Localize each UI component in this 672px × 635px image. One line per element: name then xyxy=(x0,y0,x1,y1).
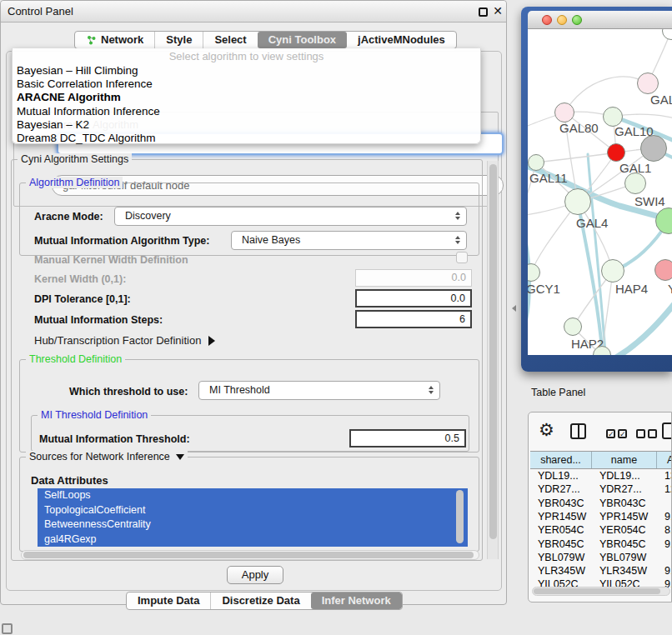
column-header-name[interactable]: name xyxy=(592,452,657,468)
algorithm-option-bayesian-hill-climbing[interactable]: Bayesian – Hill Climbing xyxy=(16,64,477,78)
mi-algorithm-type-combobox[interactable]: Naive Bayes xyxy=(231,231,467,250)
mi-steps-label: Mutual Information Steps: xyxy=(34,314,163,326)
network-window-titlebar[interactable] xyxy=(528,11,672,29)
table-row[interactable]: YPR145WYPR145W9. xyxy=(530,510,672,523)
control-panel-titlebar[interactable]: Control Panel xyxy=(1,1,506,22)
vertical-scroll-thumb[interactable] xyxy=(489,164,497,539)
collapse-down-icon[interactable] xyxy=(176,454,184,460)
split-columns-icon[interactable] xyxy=(570,423,586,439)
tab-cyni-toolbox[interactable]: Cyni Toolbox xyxy=(258,32,347,48)
apply-button[interactable]: Apply xyxy=(227,566,283,584)
tab-infer-network[interactable]: Infer Network xyxy=(311,592,402,609)
node-hap4[interactable] xyxy=(601,259,624,282)
node-gal80[interactable] xyxy=(554,102,574,122)
column-header-a[interactable]: A xyxy=(657,452,672,468)
mi-threshold-field[interactable]: 0.5 xyxy=(349,429,466,448)
manual-kernel-width-label: Manual Kernel Width Definition xyxy=(34,254,188,266)
aracne-mode-value: Discovery xyxy=(125,210,171,222)
table-row[interactable]: YBR045CYBR045C9. xyxy=(530,538,672,551)
table-hscroll-thumb[interactable] xyxy=(534,588,660,594)
settings-vertical-scrollbar[interactable] xyxy=(487,161,499,559)
table-row[interactable]: YLR345WYLR345W9. xyxy=(530,564,672,578)
algorithm-option-basic-correlation-inference[interactable]: Basic Correlation Inference xyxy=(16,78,477,91)
table-row[interactable]: YDR27...YDR27...12 xyxy=(530,482,672,496)
close-icon[interactable] xyxy=(493,4,503,18)
attribute-betweennesscentrality[interactable]: BetweennessCentrality xyxy=(38,518,468,532)
hub-definition-expander[interactable]: Hub/Transcription Factor Definition xyxy=(34,334,215,347)
deselect-all-icon[interactable] xyxy=(648,429,657,438)
which-threshold-label: Which threshold to use: xyxy=(69,386,188,398)
select-all-icon[interactable] xyxy=(606,429,615,438)
table-cell: YBR045C xyxy=(592,538,657,551)
node-swi4[interactable] xyxy=(624,172,646,194)
mac-zoom-button[interactable] xyxy=(572,15,582,25)
attribute-topologicalcoefficient[interactable]: TopologicalCoefficient xyxy=(38,503,468,518)
which-threshold-combobox[interactable]: MI Threshold xyxy=(198,381,440,400)
manual-kernel-width-checkbox[interactable] xyxy=(456,252,468,263)
threshold-definition-title: Threshold Definition xyxy=(26,353,125,365)
table-cell: 8. xyxy=(657,523,672,537)
attribute-selfloops[interactable]: SelfLoops xyxy=(38,488,468,503)
node-label-swi4: SWI4 xyxy=(634,194,665,208)
table-cell: YBL079W xyxy=(530,551,592,564)
export-table-icon[interactable] xyxy=(662,422,672,439)
node-hap2[interactable] xyxy=(564,318,582,336)
tab-discretize-data[interactable]: Discretize Data xyxy=(210,592,310,609)
horizontal-scroll-thumb[interactable] xyxy=(23,552,474,558)
tab-impute-data[interactable]: Impute Data xyxy=(127,592,210,609)
table-row[interactable]: YER054CYER054C8. xyxy=(530,523,672,537)
gear-icon[interactable] xyxy=(539,421,554,438)
attribute-gal4rgexp[interactable]: gal4RGexp xyxy=(38,532,468,548)
algorithm-option-bayesian-k2[interactable]: Bayesian – K2 xyxy=(16,118,477,132)
algorithm-option-dream8-dc-tdc-algorithm[interactable]: Dream8 DC_TDC Algorithm xyxy=(16,132,477,145)
network-canvas[interactable]: GALGAL80GAL10GAL1GAL11SWI4GAL4GCY1HAP4YH… xyxy=(528,29,672,355)
node-y[interactable] xyxy=(654,259,672,281)
table-header-row: shared...nameA xyxy=(530,451,672,469)
mac-close-button[interactable] xyxy=(542,15,552,25)
splitter-collapse-icon[interactable] xyxy=(512,305,516,312)
node-gal11[interactable] xyxy=(528,154,544,171)
node-gal[interactable] xyxy=(637,72,659,94)
mac-minimize-button[interactable] xyxy=(557,15,567,25)
aracne-mode-combobox[interactable]: Discovery xyxy=(114,207,467,226)
node-gal4[interactable] xyxy=(564,188,591,215)
spinner-arrows-icon xyxy=(455,212,460,220)
dpi-tolerance-field[interactable]: 0.0 xyxy=(355,289,472,308)
kernel-width-field[interactable]: 0.0 xyxy=(355,269,472,287)
collapsed-panel-icon[interactable] xyxy=(2,623,13,634)
tab-style[interactable]: Style xyxy=(154,32,203,48)
tab-select[interactable]: Select xyxy=(203,32,257,48)
table-panel-title: Table Panel xyxy=(531,387,585,398)
tab-network[interactable]: Network xyxy=(75,32,154,48)
table-cell: YER054C xyxy=(592,523,657,537)
sources-title: Sources for Network Inference xyxy=(29,451,170,462)
table-row[interactable]: YBR043CYBR043C xyxy=(530,497,672,510)
mi-steps-field[interactable]: 6 xyxy=(355,310,472,328)
select-all-icon[interactable] xyxy=(618,429,627,438)
algorithm-option-mutual-information-inference[interactable]: Mutual Information Inference xyxy=(16,105,477,118)
sources-expander[interactable]: Sources for Network Inference xyxy=(26,451,188,462)
algorithm-dropdown-list: Bayesian – Hill ClimbingBasic Correlatio… xyxy=(16,64,477,145)
hub-definition-label: Hub/Transcription Factor Definition xyxy=(34,334,201,347)
column-header-shared[interactable]: shared... xyxy=(530,452,592,468)
expand-right-icon[interactable] xyxy=(208,336,215,346)
attributes-vertical-scrollbar[interactable] xyxy=(456,490,464,543)
table-cell: YLR345W xyxy=(592,564,657,578)
settings-horizontal-scrollbar[interactable] xyxy=(21,550,479,560)
table-horizontal-scrollbar[interactable] xyxy=(532,587,670,596)
node-gal1[interactable] xyxy=(607,143,625,162)
algorithm-dropdown-popup: Select algorithm to view settings Bayesi… xyxy=(12,48,481,144)
tab-label: Network xyxy=(101,32,143,48)
data-attributes-list[interactable]: SelfLoopsTopologicalCoefficientBetweenne… xyxy=(38,488,468,547)
table-cell xyxy=(657,551,672,564)
bottom-tabbar: Impute DataDiscretize DataInfer Network xyxy=(126,592,403,610)
deselect-all-icon[interactable] xyxy=(636,429,645,438)
table-cell: YBR043C xyxy=(592,497,657,510)
network-node[interactable] xyxy=(640,135,667,162)
table-row[interactable]: YDL19...YDL19...13 xyxy=(530,469,672,482)
table-cell: YPR145W xyxy=(592,510,657,523)
tab-jactivemnodules[interactable]: jActiveMNodules xyxy=(347,32,456,48)
algorithm-option-aracne-algorithm[interactable]: ARACNE Algorithm xyxy=(16,91,477,104)
float-window-icon[interactable] xyxy=(479,8,488,17)
table-row[interactable]: YBL079WYBL079W xyxy=(530,551,672,564)
